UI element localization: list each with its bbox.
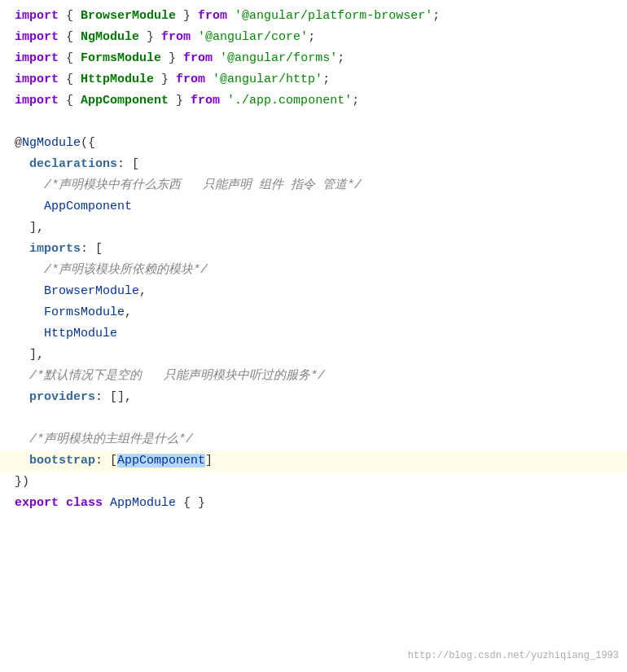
token-property: imports — [29, 242, 81, 256]
token-plain — [15, 284, 44, 298]
line-content: import { FormsModule } from '@angular/fo… — [7, 49, 627, 68]
token-plain: ; — [337, 51, 344, 65]
token-plain: { — [59, 30, 81, 44]
token-module-name: BrowserModule — [81, 9, 176, 23]
token-plain: ], — [15, 348, 44, 362]
token-plain — [103, 496, 110, 510]
token-plain: ; — [308, 30, 315, 44]
line-content: import { AppComponent } from './app.comp… — [7, 91, 627, 111]
token-comment: /*默认情况下是空的 只能声明模块中听过的服务*/ — [29, 369, 325, 383]
token-property: declarations — [29, 157, 117, 171]
token-plain: ], — [15, 221, 44, 235]
code-line: import { BrowserModule } from '@angular/… — [0, 7, 627, 28]
token-kw-import: import — [15, 9, 59, 23]
code-line: import { AppComponent } from './app.comp… — [0, 91, 627, 112]
token-string-val: './app.component' — [227, 94, 352, 108]
token-string-val: '@angular/core' — [198, 30, 308, 44]
code-line: @NgModule({ — [0, 134, 627, 155]
code-line: export class AppModule { } — [0, 494, 627, 515]
token-plain — [15, 390, 29, 404]
code-line: declarations: [ — [0, 155, 627, 176]
token-kw-from: from — [183, 51, 213, 65]
token-plain: ; — [432, 9, 440, 23]
token-value-name: AppComponent — [44, 200, 132, 213]
token-plain: ; — [352, 94, 359, 108]
token-plain — [15, 454, 29, 468]
code-container: import { BrowserModule } from '@angular/… — [0, 0, 627, 672]
token-plain — [15, 263, 44, 277]
token-plain — [15, 369, 29, 383]
token-plain — [220, 94, 227, 108]
line-content: /*声明该模块所依赖的模块*/ — [7, 261, 627, 280]
code-line: import { HttpModule } from '@angular/htt… — [0, 70, 627, 91]
line-content: ], — [7, 218, 627, 238]
token-kw-from: from — [161, 30, 191, 44]
line-content: AppComponent — [7, 197, 627, 217]
line-content: imports: [ — [7, 239, 627, 259]
token-kw-import: import — [15, 94, 59, 108]
line-content: BrowserModule, — [7, 282, 627, 301]
token-plain: } — [161, 51, 183, 65]
code-line: bootstrap: [AppComponent] — [0, 451, 627, 472]
token-plain: , — [139, 284, 147, 298]
token-plain: : [ — [117, 157, 139, 171]
token-plain — [15, 305, 44, 319]
token-plain: ] — [205, 454, 213, 468]
token-kw-import: import — [15, 72, 59, 86]
code-line: ], — [0, 218, 627, 239]
token-kw-from: from — [176, 72, 205, 86]
token-value-name: FormsModule — [44, 305, 125, 319]
token-plain — [15, 157, 29, 171]
line-content: declarations: [ — [7, 155, 627, 174]
token-plain: } — [169, 94, 191, 108]
token-value-name: BrowserModule — [44, 284, 139, 298]
code-line — [0, 409, 627, 430]
token-plain: { — [59, 72, 81, 86]
token-value-name: AppComponent — [117, 454, 205, 468]
line-content: /*声明模块中有什么东西 只能声明 组件 指令 管道*/ — [7, 176, 627, 195]
code-line — [0, 112, 627, 134]
token-kw-class: class — [66, 496, 103, 510]
line-content: HttpModule — [7, 324, 627, 344]
token-plain — [15, 433, 29, 446]
code-line: /*默认情况下是空的 只能声明模块中听过的服务*/ — [0, 367, 627, 388]
line-content: ], — [7, 345, 627, 365]
token-module-name: NgModule — [81, 30, 139, 44]
token-plain: : [ — [81, 242, 103, 256]
token-property: bootstrap — [29, 454, 95, 468]
token-module-name: AppComponent — [81, 94, 169, 108]
token-comment: /*声明模块的主组件是什么*/ — [29, 433, 193, 446]
token-plain: ; — [322, 72, 330, 86]
line-content: FormsModule, — [7, 303, 627, 323]
token-value-name: HttpModule — [44, 327, 117, 340]
token-plain: @ — [15, 136, 22, 150]
token-plain: : [], — [95, 390, 132, 404]
token-string-val: '@angular/http' — [213, 72, 322, 86]
token-plain — [15, 200, 44, 213]
watermark: http://blog.csdn.net/yuzhiqiang_1993 — [408, 648, 619, 664]
line-content: bootstrap: [AppComponent] — [7, 451, 627, 471]
token-plain — [227, 9, 235, 23]
token-kw-import: import — [15, 30, 59, 44]
token-value-name: NgModule — [22, 136, 81, 150]
token-plain: { — [59, 94, 81, 108]
token-plain — [15, 242, 29, 256]
token-plain — [213, 51, 220, 65]
line-content: /*默认情况下是空的 只能声明模块中听过的服务*/ — [7, 367, 627, 386]
code-line: import { NgModule } from '@angular/core'… — [0, 28, 627, 49]
token-kw-export: export — [15, 496, 59, 510]
code-line: BrowserModule, — [0, 282, 627, 303]
token-plain: } — [176, 9, 198, 23]
line-content: }) — [7, 472, 627, 492]
line-content — [7, 112, 627, 132]
token-module-name: HttpModule — [81, 72, 154, 86]
token-comment: /*声明模块中有什么东西 只能声明 组件 指令 管道*/ — [44, 178, 362, 192]
code-line: FormsModule, — [0, 303, 627, 324]
line-content: import { HttpModule } from '@angular/htt… — [7, 70, 627, 90]
selected-text: AppComponent — [117, 454, 205, 468]
token-value-name: AppModule — [110, 496, 176, 510]
token-plain: ({ — [81, 136, 95, 150]
token-plain: } — [154, 72, 176, 86]
code-line: /*声明该模块所依赖的模块*/ — [0, 261, 627, 282]
token-plain: { — [59, 51, 81, 65]
